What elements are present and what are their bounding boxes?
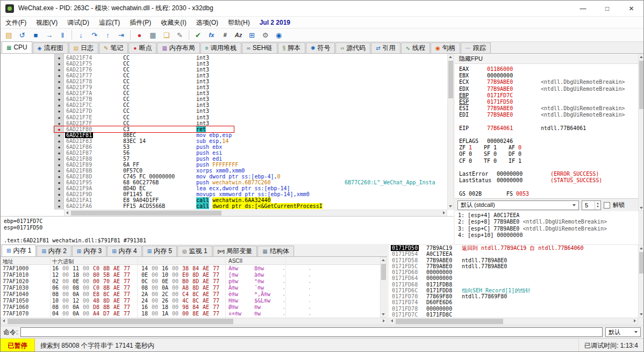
log-icon[interactable]: ❏ [160, 29, 173, 41]
scroll-right-icon[interactable] [441, 210, 447, 215]
disasm-row[interactable]: ●6AD21F77CCint3 [1, 73, 454, 78]
tab-breakpoints[interactable]: ●断点 [128, 42, 156, 53]
tab-dump5[interactable]: ⊞内存 5 [142, 246, 177, 256]
stack-row[interactable]: 0171FD6C0171FDD8指向SEH_Record[1]的指针 [389, 288, 638, 293]
memory-map-icon[interactable]: ▦ [147, 29, 159, 41]
register-row[interactable]: ESI77B9ABE0<ntdll.DbgUiRemoteBreakin> [455, 105, 638, 112]
argument-row[interactable]: 2: [esp+8] 77B9ABE0 <ntdll.DbgUiRemoteBr… [455, 219, 638, 225]
registers-vscrollbar[interactable] [638, 54, 644, 211]
stack-row[interactable]: 0171FD680171FDB8 [389, 282, 638, 288]
disasm-row[interactable]: ●6AD21F74CCint3 [1, 55, 454, 61]
disasm-row[interactable]: ●6AD21F7FCCint3 [1, 120, 454, 126]
scroll-up-icon[interactable] [639, 246, 644, 251]
stack-row[interactable]: 0171FD7C0171FD8C [389, 312, 638, 318]
tab-memory-map[interactable]: ▥内存布局 [157, 42, 199, 53]
disasm-row[interactable]: ●6AD21F7ECCint3 [1, 114, 454, 120]
tab-trace[interactable]: ⋯跟踪 [461, 42, 491, 53]
functions-icon[interactable]: fx [205, 29, 218, 41]
tab-call-stack[interactable]: ≡调用堆栈 [201, 42, 241, 53]
disasm-row[interactable]: ●6AD21F9D0F1145 ECmovups xmmword ptr ss:… [1, 191, 454, 197]
restart-icon[interactable]: ↺ [16, 29, 28, 41]
disasm-row[interactable]: ●6AD21F8653push ebx [1, 144, 454, 150]
tab-dump2[interactable]: ⊞内存 2 [37, 246, 71, 256]
argument-row[interactable]: 1: [esp+4] A0C17EEA [455, 212, 638, 219]
dump-row[interactable]: 77AF101012001800805BAE770E001000E08DAE77… [1, 272, 387, 278]
dump-hscrollbar[interactable] [1, 318, 387, 325]
scroll-down-icon[interactable] [639, 205, 644, 211]
scroll-right-icon[interactable] [381, 318, 387, 324]
disasm-vscrollbar[interactable] [447, 54, 454, 210]
tab-threads[interactable]: ∿线程 [401, 42, 430, 53]
command-input[interactable] [20, 327, 603, 337]
tab-cpu[interactable]: ▦CPU [2, 41, 32, 53]
flags-row[interactable]: CF 0TF 0IF 1 [455, 158, 638, 164]
register-row[interactable]: LastStatus00000000(STATUS_SUCCESS) [455, 177, 638, 184]
disasm-hscrollbar[interactable] [64, 210, 447, 216]
stack-row[interactable]: 0171FD5077B9AC19返回到 ntdll.77B9AC19 自 ntd… [389, 245, 638, 251]
register-row[interactable]: ECX77B9ABE0<ntdll.DbgUiRemoteBreakin> [455, 79, 638, 85]
menu-item[interactable]: 追踪(T) [94, 17, 125, 28]
menu-item[interactable]: 视图(V) [31, 17, 62, 28]
register-row[interactable]: EDI77B9ABE0<ntdll.DbgUiRemoteBreakin> [455, 112, 638, 118]
dump-row[interactable]: 77AF105010001200488DAE77240026004C8CAE77… [1, 298, 387, 304]
command-profile-select[interactable]: 默认 [605, 327, 641, 337]
disasm-row[interactable]: ●6AD21F78CCint3 [1, 78, 454, 84]
scroll-left-icon[interactable] [65, 210, 70, 215]
disasm-row[interactable]: ●6AD21F8B0F57C0xorps xmm0,xmm0 [1, 168, 454, 174]
scroll-up-icon[interactable] [381, 257, 386, 263]
scroll-down-icon[interactable] [381, 312, 386, 317]
breakpoints-icon[interactable]: ● [133, 29, 146, 41]
scroll-thumb[interactable] [396, 319, 503, 324]
scroll-down-icon[interactable] [448, 204, 453, 209]
tab-dump4[interactable]: ⊞内存 4 [107, 246, 141, 256]
disasm-row[interactable]: ●6AD21FA1E8 9A04D1FFcall wechatwin.6AA32… [1, 197, 454, 203]
scroll-thumb[interactable] [639, 61, 644, 109]
segments-row[interactable]: GS 002BFS 0053 [455, 191, 638, 197]
scroll-right-icon[interactable] [632, 318, 638, 324]
run-icon[interactable]: → [43, 29, 55, 41]
stack-row[interactable]: 0171FD5877B9ABE0ntdll.77B9ABE0 [389, 257, 638, 263]
notes-icon[interactable]: ✎ [174, 29, 186, 41]
calculator-icon[interactable]: ⊞ [246, 29, 258, 41]
unlock-checkbox[interactable] [604, 202, 610, 209]
run-to-user-code-icon[interactable]: ⇥ [115, 29, 127, 41]
globe-icon[interactable]: ◉ [273, 29, 285, 41]
tab-struct[interactable]: ▦结构体 [257, 246, 294, 256]
settings-icon[interactable]: ⚙ [259, 29, 271, 41]
execute-till-return-icon[interactable]: ↑ [102, 29, 114, 41]
disasm-row[interactable]: ●6AD21F7DCCint3 [1, 108, 454, 114]
tab-notes[interactable]: ✎笔记 [99, 42, 128, 53]
scroll-up-icon[interactable] [448, 54, 453, 60]
dump-row[interactable]: 77AF103006000800C08BAE7708000A00A88DAE77… [1, 285, 387, 291]
scroll-left-icon[interactable] [389, 318, 395, 324]
tab-handles[interactable]: ◉句柄 [431, 42, 460, 53]
argument-row[interactable]: 3: [esp+C] 77B9ABE0 <ntdll.DbgUiRemoteBr… [455, 226, 638, 232]
dump-row[interactable]: 77AF102002000E000070AE770C000E00B08DAE77… [1, 278, 387, 285]
register-row[interactable]: EIP77B64061ntdll.77B64061 [455, 125, 638, 132]
scroll-up-icon[interactable] [639, 54, 644, 60]
register-row[interactable]: EDX77B9ABE0<ntdll.DbgUiRemoteBreakin> [455, 86, 638, 92]
tab-script[interactable]: §脚本 [278, 42, 306, 53]
stack-row[interactable]: 0171FD5C77B9ABE0ntdll.77B9ABE0 [389, 263, 638, 269]
menu-item[interactable]: 插件(P) [125, 17, 156, 28]
tab-references[interactable]: ⇄引用 [371, 42, 400, 53]
scroll-down-icon[interactable] [639, 312, 644, 317]
step-into-icon[interactable]: ↓ [75, 29, 87, 41]
disasm-row[interactable]: ●6AD21F8DC745 FC 00000000mov dword ptr s… [1, 174, 454, 179]
disasm-row[interactable]: ●6AD21F76CCint3 [1, 67, 454, 73]
disasm-row[interactable]: ●6AD21F80C3ret [1, 126, 454, 132]
patches-icon[interactable]: ✔ [192, 29, 204, 41]
disasm-row[interactable]: ●6AD21F75CCint3 [1, 61, 454, 67]
menu-item[interactable]: 调试(D) [62, 17, 94, 28]
scroll-left-icon[interactable] [1, 318, 6, 324]
stack-row[interactable]: 0171FD54A0C17EEA [389, 251, 638, 257]
register-row[interactable]: EAX01186000 [455, 66, 638, 73]
disasm-row[interactable]: ●6AD21F9568 60C2776Bpush wechatwin.6B77C… [1, 179, 454, 185]
open-file-icon[interactable]: ▤ [3, 29, 15, 41]
tab-dump1[interactable]: ⊞内存 1 [2, 245, 36, 256]
minimize-button[interactable]: — [571, 1, 595, 16]
disasm-row[interactable]: ●6AD21F8383EC 14sub esp,14 [1, 138, 454, 144]
disasm-row[interactable]: ●6AD21F818BECmov ebp,esp [1, 132, 454, 138]
stack-hscrollbar[interactable] [389, 318, 638, 325]
register-row[interactable]: EFLAGS00000246 [455, 138, 638, 145]
